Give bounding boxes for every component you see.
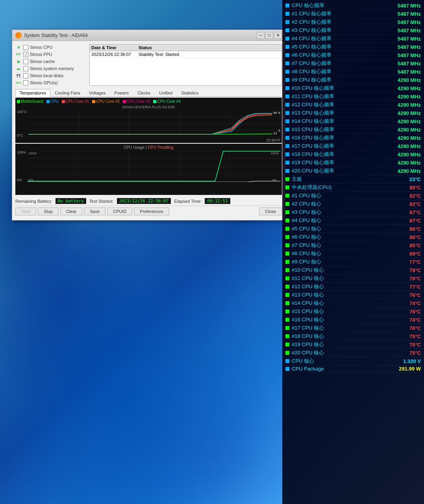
stress-disks-option: 💾 Stress local disks: [15, 72, 86, 79]
tab-powers[interactable]: Powers: [110, 89, 133, 97]
close-window-button[interactable]: ✕: [274, 32, 282, 39]
row-label-10: #10 CPU 核心频率: [292, 85, 398, 92]
row-value-2: 5487 MHz: [398, 19, 421, 25]
tab-clocks[interactable]: Clocks: [133, 89, 155, 97]
usage-chart-area: CPU Usage | CPU Throttling 100% 0%: [15, 144, 282, 195]
title-bar: System Stability Test - AIDA64 ─ □ ✕: [12, 30, 285, 41]
window-title: System Stability Test - AIDA64: [24, 33, 257, 38]
row-label-26: #4 CPU 核心: [292, 217, 409, 224]
svg-text:33: 33: [278, 129, 280, 132]
elapsed-value: 00:12:51: [205, 198, 230, 204]
legend-core1-label: CPU Core #1: [66, 99, 89, 104]
row-label-25: #3 CPU 核心: [292, 209, 409, 216]
row-indicator-12: [285, 103, 289, 107]
panel-row-27: #5 CPU 核心86°C: [282, 225, 424, 233]
panel-row-41: #19 CPU 核心75°C: [282, 341, 424, 349]
row-value-43: 1.320 V: [403, 358, 421, 364]
stress-cpu-checkbox[interactable]: [23, 45, 28, 50]
stress-cache-checkbox[interactable]: [23, 59, 28, 64]
row-value-15: 4290 MHz: [398, 127, 421, 133]
start-button[interactable]: Start: [15, 208, 36, 215]
stress-fpu-option: FP ✓ Stress FPU: [15, 51, 86, 57]
row-label-20: #20 CPU 核心频率: [292, 167, 398, 174]
panel-row-10: #10 CPU 核心频率4290 MHz: [282, 84, 424, 93]
chart-legend: Motherboard CPU CPU Core #1 CPU Core #2 …: [17, 99, 280, 104]
preferences-button[interactable]: Preferences: [134, 208, 169, 215]
stress-area: 🖥 Stress CPU FP ✓ Stress FPU ▦ Stress ca…: [15, 44, 282, 86]
log-status-value: Stability Test: Started: [139, 52, 280, 57]
stress-fpu-checkbox[interactable]: ✓: [23, 52, 28, 57]
row-indicator-19: [285, 161, 289, 165]
svg-text:0%: 0%: [272, 178, 277, 182]
legend-motherboard-label: Motherboard: [21, 99, 43, 104]
row-label-34: #12 CPU 核心: [292, 283, 409, 290]
stress-memory-checkbox[interactable]: [23, 66, 28, 71]
legend-core4-label: CPU Core #4: [157, 99, 180, 104]
tab-temperatures[interactable]: Temperatures: [15, 89, 50, 97]
stress-gpu-checkbox[interactable]: [23, 80, 28, 85]
row-label-3: #3 CPU 核心频率: [292, 27, 398, 34]
row-indicator-14: [285, 119, 289, 123]
window-controls[interactable]: ─ □ ✕: [257, 32, 282, 39]
row-label-6: #6 CPU 核心频率: [292, 52, 398, 59]
stop-button[interactable]: Stop: [38, 208, 59, 215]
panel-row-13: #13 CPU 核心频率4290 MHz: [282, 109, 424, 117]
row-value-8: 5487 MHz: [398, 69, 421, 75]
row-indicator-41: [285, 343, 289, 346]
legend-core2: CPU Core #2: [92, 99, 119, 104]
save-button[interactable]: Save: [84, 208, 106, 215]
minimize-button[interactable]: ─: [257, 32, 265, 39]
panel-row-17: #17 CPU 核心频率4290 MHz: [282, 142, 424, 150]
legend-core1-dot: [62, 100, 65, 103]
row-indicator-15: [285, 128, 289, 132]
row-indicator-10: [285, 86, 289, 90]
tab-statistics[interactable]: Statistics: [177, 89, 203, 97]
row-value-14: 4290 MHz: [398, 119, 421, 124]
stress-disks-checkbox[interactable]: [23, 73, 28, 78]
row-label-32: #10 CPU 核心: [292, 267, 409, 274]
row-label-17: #17 CPU 核心频率: [292, 143, 398, 150]
row-indicator-5: [285, 45, 289, 49]
cpuid-button[interactable]: CPUID: [107, 208, 132, 215]
panel-row-19: #19 CPU 核心频率4290 MHz: [282, 159, 424, 167]
action-buttons: Start Stop Clear Save CPUID Preferences …: [15, 206, 282, 217]
row-indicator-23: [285, 194, 289, 198]
row-value-37: 76°C: [409, 309, 421, 315]
row-indicator-25: [285, 210, 289, 214]
row-indicator-8: [285, 70, 289, 74]
row-indicator-16: [285, 136, 289, 140]
chart-subtitle: KIOXIA-EXCERIA PLUS G3 SSD: [17, 105, 280, 109]
svg-text:100%: 100%: [270, 152, 279, 155]
row-indicator-39: [285, 326, 289, 330]
row-label-11: #11 CPU 核心频率: [292, 93, 398, 100]
legend-motherboard-dot: [17, 100, 20, 103]
row-label-30: #8 CPU 核心: [292, 250, 409, 257]
elapsed-label: Elapsed Time:: [174, 199, 202, 204]
panel-row-7: #7 CPU 核心频率5487 MHz: [282, 59, 424, 68]
row-indicator-17: [285, 144, 289, 148]
test-started-value: 2023/12/26 22:36:07: [117, 198, 171, 204]
panel-row-4: #4 CPU 核心频率5487 MHz: [282, 35, 424, 43]
stress-cpu-option: 🖥 Stress CPU: [15, 44, 86, 50]
row-indicator-11: [285, 94, 289, 98]
row-label-33: #11 CPU 核心: [292, 275, 409, 282]
row-label-8: #8 CPU 核心频率: [292, 68, 398, 75]
row-label-1: #1 CPU 核心频率: [292, 10, 398, 17]
row-label-2: #2 CPU 核心频率: [292, 19, 398, 26]
row-value-5: 5487 MHz: [398, 44, 421, 50]
panel-row-29: #7 CPU 核心85°C: [282, 241, 424, 250]
cache-icon: ▦: [15, 58, 22, 65]
maximize-button[interactable]: □: [265, 32, 273, 39]
cpu-icon: 🖥: [15, 44, 22, 50]
log-date-header: Date & Time: [91, 45, 139, 50]
row-label-40: #18 CPU 核心: [292, 333, 409, 340]
tab-voltages[interactable]: Voltages: [85, 89, 110, 97]
row-label-9: #9 CPU 核心频率: [292, 76, 398, 83]
usage-chart-svg: 100% 100% 0% 0%: [28, 150, 280, 182]
row-label-24: #2 CPU 核心: [292, 200, 409, 208]
row-label-4: #4 CPU 核心频率: [292, 35, 398, 42]
clear-button[interactable]: Clear: [60, 208, 82, 215]
tab-unified[interactable]: Unified: [155, 89, 177, 97]
close-button[interactable]: Close: [259, 208, 282, 215]
tab-cooling-fans[interactable]: Cooling Fans: [50, 89, 85, 97]
